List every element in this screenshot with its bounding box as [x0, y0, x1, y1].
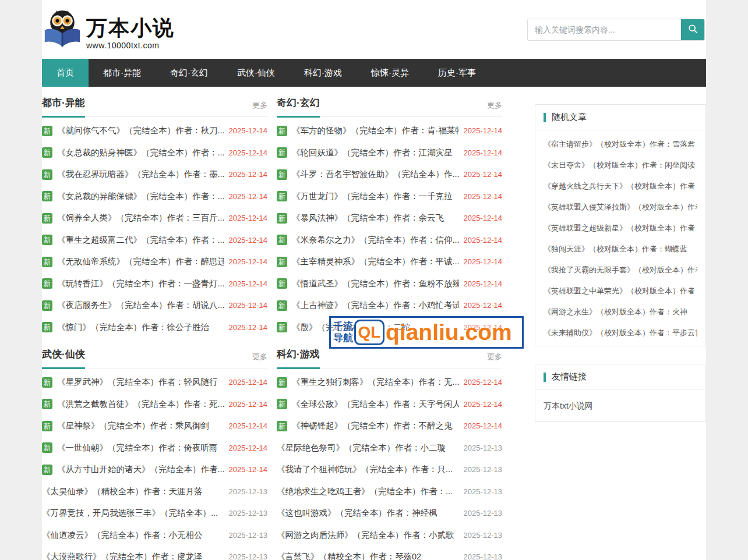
book-link[interactable]: 《女总裁的贴身神医》（完结全本）作者：... [57, 147, 224, 158]
book-link[interactable]: 《全球公敌》（完结全本）作者：天字号闲人 [292, 399, 459, 410]
book-date: 2025-12-14 [229, 192, 268, 201]
book-link[interactable]: 《玩转香江》（完结全本）作者：一盏青灯... [57, 278, 224, 289]
book-link[interactable]: 《万世龙门》（完结全本）作者：一千克拉 [292, 191, 459, 202]
book-list-item: 新 《夜店服务生》（完结全本）作者：胡说八... 2025-12-14 [42, 295, 267, 317]
book-link[interactable]: 《从方寸山开始的诸天》（完结全本）作者... [57, 464, 224, 475]
new-badge: 新 [277, 399, 287, 409]
random-article-link[interactable]: 《独闯天涯》（校对版全本）作者：蝴蝶蓝 [544, 244, 687, 253]
book-list-item: 新 《无敌仙帝系统》（完结全本）作者：醉思迁 2025-12-14 [42, 251, 267, 273]
new-badge: 新 [277, 257, 287, 267]
search-button[interactable] [681, 19, 704, 40]
book-link[interactable]: 《就问你气不气》（完结全本）作者：秋刀... [57, 125, 224, 136]
book-link[interactable]: 《星际绝色祭司》（完结全本）作者：小二璇 [277, 442, 459, 453]
book-link[interactable]: 《神砺锋起》（完结全本）作者：不醉之鬼 [292, 420, 459, 431]
search-input[interactable] [528, 19, 681, 40]
nav-item[interactable]: 历史·军事 [424, 59, 491, 87]
book-link[interactable]: 《太昊仙录》（精校全本）作者：天涯月落 [42, 486, 224, 497]
random-article-link[interactable]: 《穿越火线之兵行天下》（校对版全本）作者：... [544, 182, 697, 190]
book-link[interactable]: 《无敌仙帝系统》（完结全本）作者：醉思迁 [57, 256, 224, 267]
book-date: 2025-12-14 [229, 148, 268, 157]
more-link[interactable]: 更多 [487, 352, 502, 362]
book-link[interactable]: 《重生之超级富二代》（完结全本）作者：... [57, 235, 224, 246]
nav-item[interactable]: 武侠·仙侠 [223, 59, 290, 87]
book-date: 2025-12-14 [229, 444, 268, 452]
more-link[interactable]: 更多 [487, 100, 502, 111]
book-list-item: 新 《就问你气不气》（完结全本）作者：秋刀... 2025-12-14 [42, 120, 267, 142]
book-list-item: 新 《星神祭》（完结全本）作者：乘风御剑 2025-12-14 [42, 415, 267, 437]
book-link[interactable]: 《主宰精灵神系》（完结全本）作者：平诚... [292, 256, 459, 267]
new-badge: 新 [42, 399, 52, 409]
site-logo[interactable]: 万本小说 www.10000txt.com [43, 9, 175, 50]
book-link[interactable]: 《万界竞技，开局我选张三丰》（完结全本）... [42, 508, 224, 519]
more-link[interactable]: 更多 [252, 100, 267, 111]
new-badge: 新 [277, 322, 287, 332]
book-list-item: 新 《玩转香江》（完结全本）作者：一盏青灯... 2025-12-14 [42, 273, 267, 295]
book-link[interactable]: 《言禁飞》（精校全本）作者：琴殇02 [277, 551, 459, 560]
nav-item[interactable]: 惊悚·灵异 [357, 59, 424, 87]
book-section: 奇幻·玄幻 更多 新 《军方的怪物》（完结全本）作者：肯·福莱特 2025-12… [277, 90, 502, 338]
more-link[interactable]: 更多 [252, 352, 267, 362]
watermark-site-name: 千流 导航 [333, 321, 353, 343]
book-link[interactable]: 《悟道武圣》（完结全本）作者：鱼粉不放辣 [292, 278, 459, 289]
book-link[interactable]: 《绝地求生之吃鸡王者》（完结全本）作者：... [277, 486, 459, 497]
book-link[interactable]: 《斗罗：吾名宇智波佐助》（完结全本）作... [292, 169, 459, 180]
book-date: 2025-12-13 [229, 531, 268, 540]
random-article-link[interactable]: 《英雄联盟之中单荣光》（校对版全本）作者：... [544, 286, 697, 295]
book-date: 2025-12-14 [229, 301, 268, 310]
book-list-item: 新 《女总裁的异能保镖》（完结全本）作者：... 2025-12-14 [42, 186, 267, 208]
book-link[interactable]: 《大漠燕歌行》（完结全本）作者：虞龙泽 [42, 551, 224, 560]
watermark-ad[interactable]: 千流 导航 QL qianliu.com [329, 316, 524, 349]
friend-links-list: 万本txt小说网 [535, 390, 705, 421]
new-badge: 新 [42, 126, 52, 136]
section-title: 武侠·仙侠 [42, 348, 85, 369]
new-badge: 新 [42, 421, 52, 431]
book-link[interactable]: 《夜店服务生》（完结全本）作者：胡说八... [57, 300, 224, 311]
book-link[interactable]: 《洪荒之截教首徒》（完结全本）作者：死... [57, 399, 224, 410]
book-link[interactable]: 《军方的怪物》（完结全本）作者：肯·福莱特 [292, 125, 459, 136]
list-item: 《穿越火线之兵行天下》（校对版全本）作者：... [544, 175, 697, 196]
random-article-link[interactable]: 《未来辅助仪》（校对版全本）作者：平步云霄 [544, 328, 697, 337]
book-list-item: 新 《我在忍界玩暗器》（完结全本）作者：墨... 2025-12-14 [42, 164, 267, 186]
book-link[interactable]: 《我在忍界玩暗器》（完结全本）作者：墨... [57, 169, 224, 180]
book-link[interactable]: 《米奈希尔之力》（完结全本）作者：信仰... [292, 235, 459, 246]
random-article-link[interactable]: 《宿主请留步》（校对版全本）作者：雪落君 [544, 140, 695, 148]
book-date: 2025-12-13 [464, 531, 503, 540]
random-article-link[interactable]: 《末日夺舍》（校对版全本）作者：闲坐阅读 [544, 161, 695, 169]
random-article-link[interactable]: 《英雄联盟之超级新星》（校对版全本）作者：... [544, 224, 697, 232]
nav-item[interactable]: 科幻·游戏 [290, 59, 357, 87]
book-date: 2025-12-14 [229, 236, 268, 244]
book-link[interactable]: 《轮回妖道》（完结全本）作者：江湖灾星 [292, 147, 459, 158]
book-link[interactable]: 《重生之独行刺客》（完结全本）作者：无... [292, 377, 459, 388]
book-link[interactable]: 《暴风法神》（完结全本）作者：余云飞 [292, 212, 459, 224]
book-link[interactable]: 《星罗武神》（完结全本）作者：轻风随行 [57, 377, 224, 388]
new-badge: 新 [277, 169, 287, 180]
friend-link[interactable]: 万本txt小说网 [544, 401, 593, 410]
random-article-link[interactable]: 《英雄联盟入侵艾泽拉斯》（校对版全本）作者... [544, 203, 697, 211]
book-link[interactable]: 《网游之肉盾法师》（完结全本）作者：小贰歌 [277, 530, 459, 541]
book-link[interactable]: 《我请了个狙神陪玩》（完结全本）作者：只... [277, 464, 459, 475]
book-link[interactable]: 《女总裁的异能保镖》（完结全本）作者：... [57, 191, 224, 202]
book-date: 2025-12-14 [464, 170, 503, 179]
new-badge: 新 [42, 213, 52, 224]
book-link[interactable]: 《一世仙朝》（完结全本）作者：倚夜听雨 [57, 442, 224, 453]
book-list: 新 《星罗武神》（完结全本）作者：轻风随行 2025-12-14 新 《洪荒之截… [42, 368, 267, 560]
nav-item[interactable]: 都市·异能 [89, 59, 156, 87]
book-link[interactable]: 《饲养全人类》（完结全本）作者：三百斤... [57, 212, 224, 224]
book-link[interactable]: 《仙道凌云》（完结全本）作者：小无相公 [42, 530, 224, 541]
book-link[interactable]: 《上古神迹》（完结全本）作者：小鸡忙考试 [292, 300, 459, 311]
search-box [527, 19, 705, 41]
friend-links-title: 友情链接 [552, 371, 587, 382]
nav-item[interactable]: 首页 [42, 59, 89, 87]
book-link[interactable]: 《这也叫游戏》（完结全本）作者：神经枫 [277, 508, 459, 519]
random-article-link[interactable]: 《网游之永生》（校对版全本）作者：火神 [544, 307, 687, 316]
book-link[interactable]: 《星神祭》（完结全本）作者：乘风御剑 [57, 420, 224, 431]
book-link[interactable]: 《惊门》（完结全本）作者：徐公子胜治 [57, 322, 224, 333]
section-header: 武侠·仙侠 更多 [42, 342, 267, 368]
random-article-link[interactable]: 《我抢了灭霸的无限手套》（校对版全本）作者... [544, 265, 697, 274]
section-header: 奇幻·玄幻 更多 [277, 90, 502, 117]
list-item: 《网游之永生》（校对版全本）作者：火神 [544, 301, 697, 322]
nav-item[interactable]: 奇幻·玄幻 [156, 59, 223, 87]
new-badge: 新 [42, 169, 52, 180]
book-date: 2025-12-14 [229, 214, 268, 222]
book-date: 2025-12-14 [464, 279, 503, 288]
